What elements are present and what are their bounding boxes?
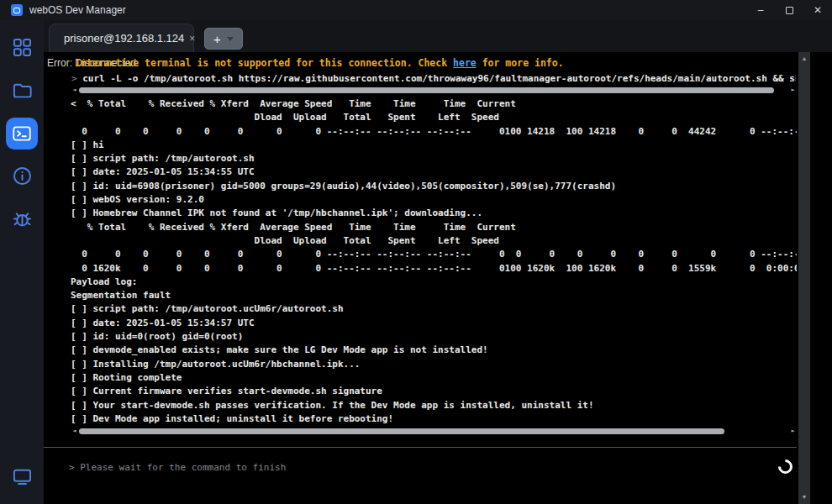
tab-session[interactable]: prisoner@192.168.1.124 × — [49, 24, 194, 52]
terminal-output-line: Dload Upload Total Spent Left Speed — [71, 234, 797, 248]
status-line: > Please wait for the command to finish — [69, 462, 286, 473]
command-prompt: > — [71, 73, 82, 84]
app-logo-icon — [11, 4, 23, 16]
command-text: curl -L -o /tmp/autoroot.sh https://raw.… — [82, 73, 796, 84]
bug-icon — [11, 207, 34, 230]
app-window: webOS Dev Manager – ✕ — [0, 0, 832, 504]
minimize-button[interactable]: – — [746, 0, 775, 20]
terminal-output-line: Segmentation fault — [71, 289, 797, 302]
divider — [44, 447, 797, 448]
loading-spinner-icon — [775, 456, 795, 476]
sidebar-item-files[interactable] — [0, 69, 44, 112]
terminal-output-line: Payload log: — [71, 276, 797, 289]
scroll-down-icon[interactable]: ▼ — [798, 494, 810, 500]
scroll-right-icon[interactable]: ► — [788, 85, 798, 95]
titlebar: webOS Dev Manager – ✕ — [0, 0, 832, 20]
tv-icon — [11, 465, 34, 487]
terminal-icon — [11, 123, 33, 144]
plus-icon: + — [213, 33, 221, 45]
warning-here-link[interactable]: here — [453, 57, 477, 69]
close-button[interactable]: ✕ — [803, 0, 832, 20]
scroll-left-icon[interactable]: ◄ — [70, 85, 79, 95]
terminal-output-line: % Total % Received % Xferd Average Speed… — [71, 221, 797, 234]
command-line: > curl -L -o /tmp/autoroot.sh https://ra… — [71, 73, 796, 84]
error-row: Error: Disconnected Interactive terminal… — [47, 56, 795, 69]
chevron-down-icon — [227, 37, 234, 41]
sidebar — [0, 20, 44, 504]
horizontal-scrollbar-bottom[interactable]: ◄ ► — [70, 426, 798, 436]
right-gutter — [810, 52, 832, 504]
terminal-output-line: [ ] devmode_enabled exists; make sure th… — [71, 344, 797, 357]
terminal-output-line: [ ] Rooting complete — [71, 371, 797, 385]
terminal-output-line: Dload Upload Total Spent Left Speed — [71, 111, 797, 124]
new-tab-button[interactable]: + — [204, 28, 243, 50]
info-icon — [11, 165, 34, 187]
scrollbar-thumb[interactable] — [79, 87, 774, 93]
terminal-output-line: [ ] id: uid=6908(prisoner) gid=5000 grou… — [71, 180, 797, 193]
terminal-output-line: [ ] Homebrew Channel IPK not found at '/… — [71, 207, 797, 220]
terminal-output-line: 0 0 0 0 0 0 0 0 --:--:-- --:--:-- --:--:… — [71, 125, 797, 139]
window-controls: – ✕ — [746, 0, 832, 20]
terminal-output: < % Total % Received % Xferd Average Spe… — [71, 97, 797, 427]
terminal-panel: Error: Disconnected Interactive terminal… — [44, 52, 798, 504]
terminal-output-line: [ ] Installing /tmp/autoroot.ucUm6r/hbch… — [71, 358, 797, 371]
sidebar-item-apps[interactable] — [0, 26, 44, 69]
terminal-output-line: [ ] script path: /tmp/autoroot.sh — [71, 152, 797, 165]
terminal-output-line: 0 1620k 0 0 0 0 0 0 --:--:-- --:--:-- --… — [71, 262, 797, 276]
terminal-output-line: < % Total % Received % Xferd Average Spe… — [71, 97, 797, 111]
scroll-left-icon[interactable]: ◄ — [70, 426, 79, 436]
status-prompt: > — [69, 462, 80, 473]
active-item-highlight — [6, 118, 38, 150]
terminal-output-line: [ ] id: uid=0(root) gid=0(root) — [71, 330, 797, 344]
window-title: webOS Dev Manager — [29, 4, 126, 16]
terminal-output-line: [ ] Current firmware verifies start-devm… — [71, 385, 797, 398]
tab-strip: prisoner@192.168.1.124 × + — [44, 20, 832, 52]
maximize-button[interactable] — [775, 0, 803, 20]
terminal-output-line: 0 0 0 0 0 0 0 0 --:--:-- --:--:-- --:--:… — [71, 248, 797, 261]
terminal-output-line: [ ] date: 2025-01-05 15:34:55 UTC — [71, 165, 797, 179]
sidebar-item-terminal[interactable] — [0, 112, 44, 155]
sidebar-item-debug[interactable] — [0, 197, 44, 240]
warning-message: Interactive terminal is not supported fo… — [75, 57, 564, 69]
terminal-output-line: [ ] date: 2025-01-05 15:34:57 UTC — [71, 317, 797, 330]
apps-grid-icon — [11, 36, 34, 59]
scroll-right-icon[interactable]: ► — [788, 426, 798, 436]
tab-close-icon[interactable]: × — [189, 33, 195, 45]
terminal-output-line: [ ] Your start-devmode.sh passes verific… — [71, 399, 797, 412]
tab-label: prisoner@192.168.1.124 — [64, 32, 184, 45]
scrollbar-thumb[interactable] — [79, 428, 724, 434]
vertical-scrollbar[interactable]: ▲ ▼ — [798, 52, 810, 504]
terminal-output-line: [ ] hi — [71, 139, 797, 152]
terminal-output-line: [ ] Dev Mode app installed; uninstall it… — [71, 412, 797, 426]
terminal-output-line: [ ] webOS version: 9.2.0 — [71, 193, 797, 207]
status-text: Please wait for the command to finish — [80, 462, 286, 473]
maximize-icon — [786, 7, 793, 14]
horizontal-scrollbar-top[interactable]: ◄ ► — [70, 85, 798, 95]
scroll-up-icon[interactable]: ▲ — [798, 55, 810, 61]
sidebar-item-info[interactable] — [0, 155, 44, 197]
terminal-output-line: [ ] script path: /tmp/autoroot.ucUm6r/au… — [71, 302, 797, 316]
warning-text-after: for more info. — [477, 57, 564, 69]
warning-text-before: Interactive terminal is not supported fo… — [75, 57, 453, 69]
sidebar-item-device[interactable] — [0, 454, 44, 497]
folder-icon — [11, 79, 34, 102]
